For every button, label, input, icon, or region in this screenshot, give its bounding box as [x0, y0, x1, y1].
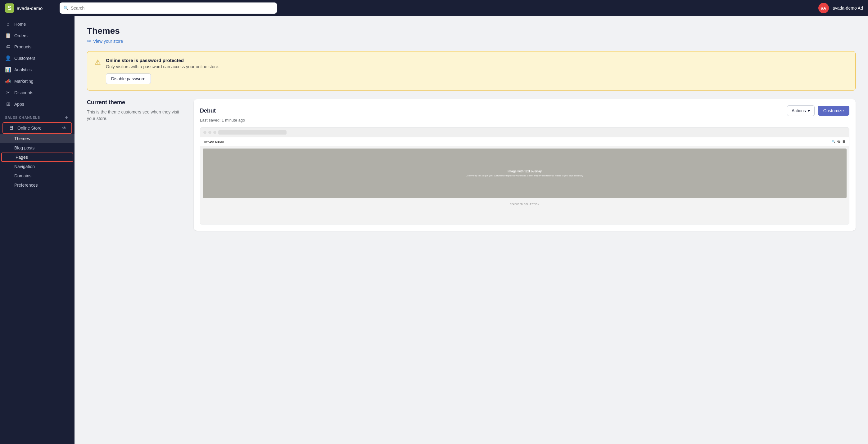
browser-dot-1: [203, 131, 207, 134]
online-store-icon: 🖥: [8, 125, 14, 131]
username-label: avada-demo Ad: [833, 6, 863, 10]
preview-hero-text: Image with text overlay Use overlay text…: [463, 167, 587, 180]
sidebar-item-label: Discounts: [14, 90, 33, 95]
sidebar-sub-item-preferences[interactable]: Preferences: [0, 180, 74, 190]
preview-collection-label: FEATURED COLLECTION: [200, 201, 849, 206]
topbar-right: aA avada-demo Ad: [818, 3, 863, 13]
chevron-down-icon: ▾: [808, 108, 810, 113]
preview-hero: Image with text overlay Use overlay text…: [203, 148, 846, 198]
actions-button[interactable]: Actions ▾: [787, 105, 815, 116]
eye-icon[interactable]: 👁: [62, 126, 66, 131]
sidebar-item-customers[interactable]: 👤 Customers: [0, 53, 74, 64]
disable-password-button[interactable]: Disable password: [106, 73, 151, 84]
search-bar: 🔍: [60, 2, 277, 14]
sidebar-sub-item-pages[interactable]: Pages: [1, 152, 73, 162]
shopify-icon: S: [5, 3, 14, 13]
theme-name: Debut: [200, 108, 216, 114]
products-icon: 🏷: [5, 44, 11, 49]
current-theme-description: This is the theme customers see when the…: [87, 109, 186, 122]
browser-dot-3: [213, 131, 216, 134]
password-banner: ⚠ Online store is password protected Onl…: [87, 51, 856, 91]
preview-search-icon: 🔍: [832, 140, 835, 143]
sidebar: ⌂ Home 📋 Orders 🏷 Products 👤 Customers 📊…: [0, 16, 74, 444]
sidebar-item-online-store[interactable]: 🖥 Online Store 👁: [2, 122, 72, 134]
sidebar-item-label: Home: [14, 22, 26, 27]
marketing-icon: 📣: [5, 78, 11, 84]
brand-name: avada-demo: [17, 6, 42, 11]
sales-channels-label: SALES CHANNELS: [5, 116, 40, 119]
sidebar-item-marketing[interactable]: 📣 Marketing: [0, 75, 74, 87]
sidebar-item-label: Apps: [14, 102, 24, 107]
password-banner-title: Online store is password protected: [106, 58, 219, 63]
sidebar-item-label: Marketing: [14, 79, 33, 84]
browser-url-bar: [218, 130, 286, 135]
orders-icon: 📋: [5, 33, 11, 38]
sidebar-item-label: Products: [14, 44, 31, 49]
sidebar-item-label: Orders: [14, 33, 28, 38]
sidebar-item-apps[interactable]: ⊞ Apps: [0, 98, 74, 110]
home-icon: ⌂: [5, 22, 11, 27]
sidebar-sub-item-navigation[interactable]: Navigation: [0, 162, 74, 171]
preview-nav-brand: AVADA-DEMO: [204, 140, 224, 143]
theme-card: Debut Actions ▾ Customize Last saved: 1 …: [194, 99, 856, 231]
warning-icon: ⚠: [95, 58, 101, 66]
sidebar-sub-item-blog-posts[interactable]: Blog posts: [0, 143, 74, 152]
sidebar-item-label: Customers: [14, 56, 35, 61]
avatar[interactable]: aA: [818, 3, 829, 13]
theme-saved-text: Last saved: 1 minute ago: [200, 118, 849, 123]
customers-icon: 👤: [5, 55, 11, 61]
topbar: S avada-demo 🔍 aA avada-demo Ad: [0, 0, 868, 16]
password-banner-description: Only visitors with a password can access…: [106, 64, 219, 69]
current-theme-section: Current theme This is the theme customer…: [87, 99, 856, 231]
add-sales-channel-button[interactable]: ＋: [64, 115, 69, 120]
analytics-icon: 📊: [5, 67, 11, 73]
search-icon: 🔍: [63, 6, 69, 10]
sidebar-item-discounts[interactable]: ✂ Discounts: [0, 87, 74, 98]
browser-dot-2: [208, 131, 211, 134]
preview-inner-nav: AVADA-DEMO 🔍 🛍 ☰: [200, 137, 849, 146]
customize-button[interactable]: Customize: [818, 106, 849, 116]
sidebar-item-orders[interactable]: 📋 Orders: [0, 30, 74, 41]
brand-logo[interactable]: S avada-demo: [5, 3, 55, 13]
sales-channels-section: SALES CHANNELS ＋: [0, 110, 74, 122]
page-title: Themes: [87, 26, 856, 36]
preview-hero-body: Use overlay text to give your customers …: [466, 174, 584, 177]
theme-card-header: Debut Actions ▾ Customize: [200, 105, 849, 116]
sidebar-item-analytics[interactable]: 📊 Analytics: [0, 64, 74, 75]
main-content: Themes 👁 View your store ⚠ Online store …: [74, 16, 868, 444]
sidebar-item-products[interactable]: 🏷 Products: [0, 41, 74, 53]
sidebar-sub-item-themes[interactable]: Themes: [0, 134, 74, 143]
apps-icon: ⊞: [5, 101, 11, 107]
discounts-icon: ✂: [5, 90, 11, 96]
sidebar-item-home[interactable]: ⌂ Home: [0, 19, 74, 30]
current-theme-title: Current theme: [87, 99, 186, 106]
current-theme-info: Current theme This is the theme customer…: [87, 99, 186, 122]
preview-bag-icon: 🛍: [837, 140, 840, 143]
layout: ⌂ Home 📋 Orders 🏷 Products 👤 Customers 📊…: [0, 16, 868, 444]
preview-hero-title: Image with text overlay: [466, 170, 584, 173]
preview-screenshot: AVADA-DEMO 🔍 🛍 ☰ Image with text overlay…: [200, 137, 849, 224]
theme-preview: AVADA-DEMO 🔍 🛍 ☰ Image with text overlay…: [200, 128, 849, 225]
preview-menu-icon: ☰: [842, 140, 845, 143]
theme-card-actions: Actions ▾ Customize: [787, 105, 849, 116]
search-input[interactable]: [60, 2, 277, 14]
view-store-link[interactable]: 👁 View your store: [87, 39, 123, 44]
preview-nav-icons: 🔍 🛍 ☰: [832, 140, 845, 143]
online-store-label: Online Store: [18, 126, 59, 131]
sidebar-item-label: Analytics: [14, 67, 32, 72]
sidebar-sub-item-domains[interactable]: Domains: [0, 171, 74, 180]
eye-store-icon: 👁: [87, 39, 91, 44]
browser-bar: [200, 128, 849, 137]
